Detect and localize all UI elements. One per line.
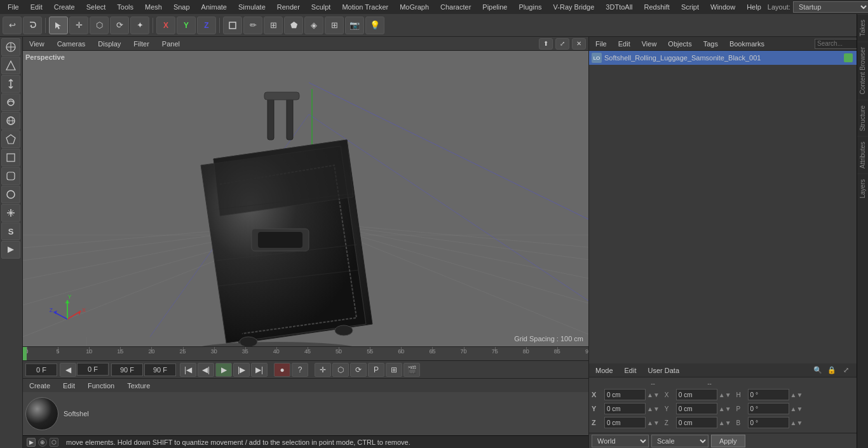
menu-edit[interactable]: Edit [25,2,48,12]
vtab-content-browser[interactable]: Content Browser [857,41,868,99]
coord-y-rot-input[interactable] [676,403,717,414]
select-mode-button[interactable] [49,17,68,34]
menu-tools[interactable]: Tools [112,2,139,12]
coord-y-pos-input[interactable] [604,403,646,414]
smooth-button[interactable]: ◈ [304,17,323,34]
obj-header-objects[interactable]: Objects [664,39,695,48]
coord-z-rot-arrow[interactable]: ▲▼ [719,419,731,426]
sidebar-tool-11[interactable] [1,241,20,259]
status-icon-3[interactable]: ⬡ [50,438,58,447]
material-texture[interactable]: Texture [123,381,154,390]
end-frame-input-1[interactable] [111,363,143,376]
viewport-header-view[interactable]: View [25,39,48,48]
axis-z-button[interactable]: Z [197,17,216,34]
menu-motion-tracker[interactable]: Motion Tracker [337,2,393,12]
current-frame-input[interactable] [25,363,57,376]
goto-end-button[interactable]: ▶| [251,363,268,377]
world-dropdown[interactable]: World [592,435,649,447]
attr-lock-icon[interactable]: 🔒 [826,365,837,376]
coord-z-arrow[interactable]: ▲▼ [647,419,660,426]
playback-help[interactable]: ? [292,363,308,377]
attr-expand-icon[interactable]: ⤢ [840,365,851,376]
menu-animate[interactable]: Animate [196,2,232,12]
coord-p-input[interactable] [748,403,789,414]
viewport-header-filter[interactable]: Filter [130,39,153,48]
play-button[interactable]: ▶ [215,363,232,377]
menu-redshift[interactable]: Redshift [639,2,675,12]
move-button[interactable]: ✛ [69,17,88,34]
viewport[interactable]: Perspective [23,51,588,346]
select-all-button[interactable]: ⊞ [264,17,283,34]
obj-header-bookmarks[interactable]: Bookmarks [726,39,768,48]
viewport-ctrl-3[interactable]: ⟳ [350,363,367,377]
attr-header-mode[interactable]: Mode [592,366,617,375]
viewport-ctrl-5[interactable]: ⊞ [386,363,402,377]
coord-y-rot-arrow[interactable]: ▲▼ [719,405,731,412]
sidebar-tool-0[interactable] [1,38,20,56]
sidebar-tool-4[interactable] [1,112,20,130]
menu-sculpt[interactable]: Sculpt [306,2,336,12]
menu-window[interactable]: Window [705,2,740,12]
menu-help[interactable]: Help [742,2,766,12]
menu-select[interactable]: Select [81,2,111,12]
sidebar-tool-5[interactable] [1,130,20,148]
camera-button[interactable]: 📷 [345,17,364,34]
obj-header-file[interactable]: File [592,39,611,48]
menu-character[interactable]: Character [435,2,476,12]
rotate-button[interactable]: ⟳ [110,17,129,34]
apply-button[interactable]: Apply [711,435,745,447]
coord-h-input[interactable] [748,389,789,400]
vtab-attributes[interactable]: Attributes [857,136,868,173]
menu-plugins[interactable]: Plugins [513,2,546,12]
sidebar-tool-8[interactable] [1,186,20,203]
sidebar-tool-2[interactable] [1,75,20,93]
scale-dropdown[interactable]: Scale [651,435,709,447]
undo-button[interactable]: ↩ [3,17,22,34]
step-forward-button[interactable]: |▶ [233,363,250,377]
menu-render[interactable]: Render [272,2,305,12]
coord-b-input[interactable] [748,417,789,428]
sidebar-tool-7[interactable] [1,167,20,185]
menu-mograph[interactable]: MoGraph [395,2,434,12]
axis-y-button[interactable]: Y [177,17,196,34]
vtab-takes[interactable]: Takes [857,14,868,41]
object-status-0[interactable] [844,53,853,62]
sidebar-tool-3[interactable] [1,93,20,111]
material-create[interactable]: Create [25,381,54,390]
transform-button[interactable]: ✦ [130,17,149,34]
material-edit[interactable]: Edit [59,381,79,390]
coord-x-pos-input[interactable] [604,389,646,400]
coord-b-arrow[interactable]: ▲▼ [790,419,803,426]
material-function[interactable]: Function [84,381,118,390]
vtab-layers[interactable]: Layers [857,173,868,203]
timeline-ruler[interactable]: 051015202530354045505560657075808590 [27,347,588,360]
menu-pipeline[interactable]: Pipeline [477,2,512,12]
menu-3dtoall[interactable]: 3DTtoAll [600,2,637,12]
coord-p-arrow[interactable]: ▲▼ [790,405,803,412]
vtab-structure[interactable]: Structure [857,100,868,137]
grid-button[interactable]: ⊞ [325,17,344,34]
light-button[interactable]: 💡 [365,17,384,34]
step-back-button[interactable]: ◀| [198,363,214,377]
viewport-expand[interactable]: ⤢ [555,38,569,50]
start-frame-input[interactable] [77,363,109,376]
menu-simulate[interactable]: Simulate [233,2,271,12]
material-sphere[interactable] [25,397,58,430]
coord-x-rot-input[interactable] [676,389,717,400]
viewport-header-display[interactable]: Display [94,39,125,48]
status-icon-2[interactable]: ⊕ [38,438,47,447]
viewport-header-cameras[interactable]: Cameras [53,39,90,48]
menu-snap[interactable]: Snap [168,2,195,12]
scale-box-button[interactable]: ⬡ [90,17,109,34]
viewport-close[interactable]: ✕ [572,38,586,50]
sidebar-tool-6[interactable] [1,149,20,166]
menu-create[interactable]: Create [49,2,80,12]
object-row-0[interactable]: LO Softshell_Rolling_Luggage_Samsonite_B… [589,51,868,65]
frame-prev-arrow[interactable]: ◀ [60,363,76,377]
menu-vray-bridge[interactable]: V-Ray Bridge [548,2,600,12]
viewport-header-panel[interactable]: Panel [158,39,184,48]
coord-z-pos-input[interactable] [604,417,646,428]
attr-search-icon[interactable]: 🔍 [812,365,824,376]
coord-z-rot-input[interactable] [676,417,717,428]
pen-button[interactable]: ✏ [243,17,262,34]
